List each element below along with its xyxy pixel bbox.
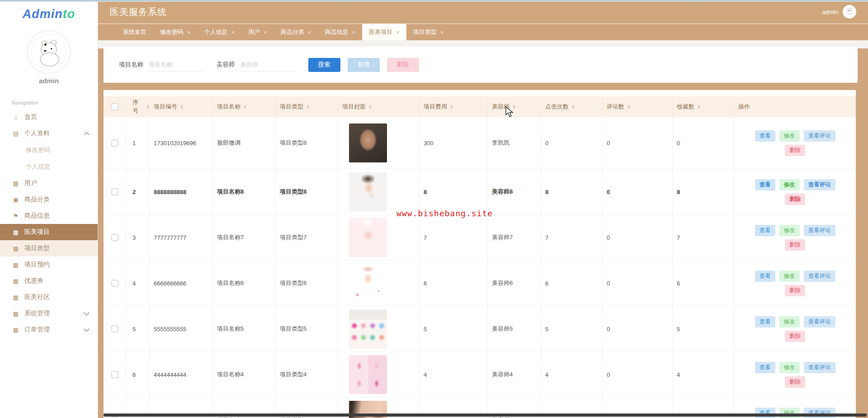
delete-button[interactable]: 删除 xyxy=(387,58,419,72)
view-comments-button[interactable]: 查看评论 xyxy=(804,362,835,373)
beautician-input[interactable] xyxy=(240,58,296,71)
view-button[interactable]: 查看 xyxy=(755,130,775,142)
tab-修改密码[interactable]: 修改密码× xyxy=(153,24,198,40)
cell-text: 2 xyxy=(132,189,136,195)
app-logo[interactable]: Adminto xyxy=(0,0,98,28)
close-icon[interactable]: × xyxy=(396,29,400,36)
close-icon[interactable]: × xyxy=(231,29,235,36)
sidebar-item-优惠券[interactable]: ▦优惠券 xyxy=(0,273,98,289)
user-avatar[interactable] xyxy=(28,31,70,73)
edit-button[interactable]: 修改 xyxy=(779,225,800,236)
delete-row-button[interactable]: 删除 xyxy=(785,376,805,388)
tab-项目类型[interactable]: 项目类型× xyxy=(406,24,451,40)
column-header-收藏数[interactable]: 收藏数 xyxy=(673,96,734,117)
column-header-label: 项目编号 xyxy=(154,103,177,111)
close-icon[interactable]: × xyxy=(264,29,267,36)
view-comments-button[interactable]: 查看评论 xyxy=(804,179,835,190)
view-button[interactable]: 查看 xyxy=(755,271,775,282)
column-header-美容师[interactable]: 美容师 xyxy=(488,96,541,117)
add-button[interactable]: 新增 xyxy=(348,58,380,72)
close-icon[interactable]: × xyxy=(187,29,191,36)
row-checkbox[interactable] xyxy=(112,371,118,378)
sidebar-item-修改密码[interactable]: 修改密码 xyxy=(0,142,98,158)
view-button[interactable]: 查看 xyxy=(755,362,775,373)
chevron-up-icon xyxy=(84,132,90,138)
sidebar-item-商品信息[interactable]: ⚑商品信息 xyxy=(0,208,98,224)
delete-row-button[interactable]: 删除 xyxy=(785,145,805,156)
column-header-项目类型[interactable]: 项目类型 xyxy=(276,96,338,117)
edit-button[interactable]: 修改 xyxy=(779,130,800,142)
edit-button[interactable]: 修改 xyxy=(779,179,800,190)
close-icon[interactable]: × xyxy=(308,29,311,36)
row-checkbox[interactable] xyxy=(112,189,118,195)
sort-carets-icon[interactable] xyxy=(450,104,453,110)
horizontal-scrollbar[interactable] xyxy=(104,413,867,417)
sidebar-item-医美项目[interactable]: ▦医美项目 xyxy=(0,224,98,240)
sidebar-item-个人信息[interactable]: 个人信息 xyxy=(0,158,98,175)
tab-系统首页[interactable]: 系统首页 xyxy=(116,24,153,40)
tab-医美项目[interactable]: 医美项目× xyxy=(362,24,406,40)
row-checkbox[interactable] xyxy=(112,280,118,286)
row-checkbox[interactable] xyxy=(112,326,118,332)
sidebar-item-个人资料[interactable]: ▤个人资料 xyxy=(0,125,98,142)
sort-carets-icon[interactable] xyxy=(369,104,372,110)
column-header-操作[interactable]: 操作 xyxy=(734,96,856,117)
tab-用户[interactable]: 用户× xyxy=(241,24,274,40)
sidebar-item-医美社区[interactable]: ▦医美社区 xyxy=(0,289,98,305)
delete-row-button[interactable]: 删除 xyxy=(785,239,805,251)
column-header-序号[interactable]: 序号 xyxy=(126,96,150,117)
view-comments-button[interactable]: 查看评论 xyxy=(804,271,835,282)
sort-carets-icon[interactable] xyxy=(627,104,630,110)
sidebar-item-用户[interactable]: ▦用户 xyxy=(0,175,98,191)
view-button[interactable]: 查看 xyxy=(755,179,775,190)
search-button[interactable]: 搜索 xyxy=(308,58,340,72)
tab-个人信息[interactable]: 个人信息× xyxy=(198,24,242,40)
sort-carets-icon[interactable] xyxy=(180,104,183,110)
view-button[interactable]: 查看 xyxy=(755,225,775,236)
sort-carets-icon[interactable] xyxy=(698,104,700,110)
cell-项目编号: 6666666666 xyxy=(150,261,213,306)
tab-商品信息[interactable]: 商品信息× xyxy=(318,24,362,40)
column-header-项目封面[interactable]: 项目封面 xyxy=(338,96,420,117)
select-all-checkbox[interactable] xyxy=(112,104,118,110)
edit-button[interactable]: 修改 xyxy=(779,271,800,282)
project-name-input[interactable] xyxy=(148,58,204,71)
row-checkbox[interactable] xyxy=(112,140,118,146)
sort-carets-icon[interactable] xyxy=(513,104,515,110)
sidebar-item-项目预约[interactable]: ▩项目预约 xyxy=(0,256,98,273)
sidebar-item-项目类型[interactable]: ▦项目类型 xyxy=(0,240,98,256)
tab-商品分类[interactable]: 商品分类× xyxy=(274,24,318,40)
column-header-评论数[interactable]: 评论数 xyxy=(603,96,673,117)
sort-carets-icon[interactable] xyxy=(146,104,149,110)
header-user-area[interactable]: admin xyxy=(822,5,856,19)
sidebar-item-首页[interactable]: ⌂首页 xyxy=(0,109,98,125)
edit-button[interactable]: 修改 xyxy=(779,316,800,328)
close-icon[interactable]: × xyxy=(352,29,355,36)
sort-carets-icon[interactable] xyxy=(244,104,246,110)
sidebar-item-商品分类[interactable]: ▣商品分类 xyxy=(0,191,98,208)
sidebar-item-订单管理[interactable]: ▦订单管理 xyxy=(0,322,98,338)
cell-项目编号: 8888888888 xyxy=(150,169,213,214)
delete-row-button[interactable]: 删除 xyxy=(785,194,805,205)
delete-row-button[interactable]: 删除 xyxy=(785,285,805,296)
column-header-项目费用[interactable]: 项目费用 xyxy=(420,96,488,117)
project-cover-image xyxy=(349,124,387,162)
sort-carets-icon[interactable] xyxy=(307,104,309,110)
cell-评论数: 0 xyxy=(603,261,673,306)
view-comments-button[interactable]: 查看评论 xyxy=(804,225,835,236)
cell-text: 4 xyxy=(677,371,680,378)
cell-项目类型: 项目类型8 xyxy=(276,117,338,169)
view-comments-button[interactable]: 查看评论 xyxy=(804,316,835,328)
view-comments-button[interactable]: 查看评论 xyxy=(804,130,835,142)
column-header-项目编号[interactable]: 项目编号 xyxy=(150,96,213,117)
delete-row-button[interactable]: 删除 xyxy=(785,331,805,342)
sort-carets-icon[interactable] xyxy=(572,104,575,110)
sidebar-item-系统管理[interactable]: ▩系统管理 xyxy=(0,305,98,322)
view-button[interactable]: 查看 xyxy=(755,316,775,328)
column-header-点击次数[interactable]: 点击次数 xyxy=(541,96,603,117)
row-checkbox[interactable] xyxy=(112,234,118,241)
close-icon[interactable]: × xyxy=(440,29,444,36)
header-avatar[interactable] xyxy=(843,5,856,19)
column-header-项目名称[interactable]: 项目名称 xyxy=(213,96,276,117)
edit-button[interactable]: 修改 xyxy=(779,362,800,373)
